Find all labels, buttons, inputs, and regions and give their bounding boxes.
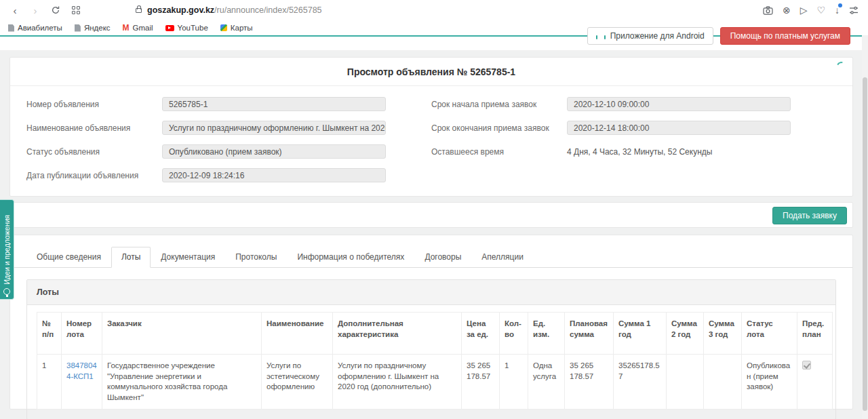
bookmark-maps[interactable]: Карты	[220, 24, 253, 32]
back-icon[interactable]: ‹	[7, 2, 23, 18]
scrollbar-thumb[interactable]	[863, 77, 867, 411]
field-label-name: Наименование объявления	[26, 121, 162, 133]
cell-lot-number: 38478044-КСП1	[62, 355, 102, 410]
field-start-date[interactable]: 2020-12-10 09:00:00	[567, 97, 791, 111]
lock-icon[interactable]	[136, 8, 142, 13]
lightbulb-icon	[3, 288, 10, 295]
cell-unit: Одна услуга	[528, 355, 565, 410]
actions-bar: Подать заявку	[9, 202, 853, 228]
col-num: № п/п	[37, 313, 62, 355]
col-extra: Дополнительная характеристика	[333, 313, 462, 355]
pre-plan-checkbox[interactable]	[802, 361, 811, 370]
favorites-icon[interactable]: ♡	[816, 5, 825, 15]
field-number[interactable]: 5265785-1	[162, 97, 386, 111]
browser-toolbar: ‹ › goszakup.gov.kz/ru/announce/index/52…	[0, 0, 868, 20]
cell-sum-year1: 35265178.57	[614, 355, 667, 410]
field-name[interactable]: Услуги по праздничному оформлению г. Шым…	[162, 121, 386, 135]
field-label-status: Статус объявления	[26, 144, 162, 157]
tab-bar: Общие сведения Лоты Документация Протоко…	[10, 235, 852, 268]
form-left-column: Номер объявления 5265785-1 Наименование …	[26, 97, 431, 192]
field-label-number: Номер объявления	[26, 97, 162, 109]
cell-unit-price: 35 265 178.57	[462, 355, 500, 410]
browser-action-icons: ⊗ ▷ ♡ ↓	[763, 0, 859, 20]
bookmark-label: Яндекс	[84, 24, 111, 32]
address-bar[interactable]: goszakup.gov.kz/ru/announce/index/526578…	[147, 5, 322, 15]
field-label-pub-date: Дата публикации объявления	[26, 168, 162, 180]
cell-customer: Государственное учреждение "Управление э…	[102, 355, 262, 410]
tab-protocols[interactable]: Протоколы	[225, 247, 287, 268]
file-icon	[75, 24, 81, 32]
bookmark-gmail[interactable]: MGmail	[123, 23, 153, 33]
col-sum-year2: Сумма 2 год	[667, 313, 704, 355]
bookmark-youtube[interactable]: YouTube	[165, 24, 208, 32]
field-pub-date[interactable]: 2020-12-09 18:24:16	[162, 168, 386, 182]
field-end-date[interactable]: 2020-12-14 18:00:00	[567, 121, 791, 135]
col-customer: Заказчик	[102, 313, 262, 355]
announcement-form: Номер объявления 5265785-1 Наименование …	[10, 86, 852, 192]
tab-documentation[interactable]: Документация	[151, 247, 225, 268]
cell-pre-plan	[797, 355, 833, 410]
url-domain: goszakup.gov.kz	[147, 5, 214, 15]
reload-icon[interactable]	[47, 2, 64, 18]
adblock-icon[interactable]: ⊗	[783, 5, 791, 15]
announcement-card: Просмотр объявления № 5265785-1 Номер об…	[9, 57, 853, 197]
youtube-icon	[165, 25, 174, 31]
tab-winners-info[interactable]: Информация о победителях	[287, 247, 414, 268]
tab-lots[interactable]: Лоты	[111, 247, 151, 268]
bookmark-label: YouTube	[178, 24, 208, 32]
field-label-end: Срок окончания приема заявок	[431, 121, 567, 133]
cell-planned-sum: 35 265 178.57	[565, 355, 614, 410]
android-app-label: Приложение для Android	[610, 31, 705, 41]
url-path: /ru/announce/index/5265785	[214, 5, 321, 15]
field-status[interactable]: Опубликовано (прием заявок)	[162, 144, 386, 159]
android-icon	[596, 32, 606, 41]
screenshot-icon[interactable]	[763, 6, 773, 15]
col-sum-year1: Сумма 1 год	[614, 313, 667, 355]
loading-spinner-icon	[835, 60, 847, 72]
submit-application-button[interactable]: Подать заявку	[772, 207, 847, 224]
downloads-icon[interactable]: ↓	[835, 5, 840, 15]
share-icon[interactable]: ▷	[800, 5, 808, 15]
ideas-tab-label: Идеи и предложения	[3, 215, 11, 285]
tab-groups-icon[interactable]	[68, 2, 84, 18]
bookmark-label: Карты	[231, 24, 253, 32]
page-title: Просмотр объявления № 5265785-1	[10, 58, 852, 86]
cell-extra: Услуги по праздничному оформлению г. Шым…	[333, 355, 462, 410]
downloads-badge	[838, 3, 842, 7]
form-right-column: Срок начала приема заявок 2020-12-10 09:…	[431, 97, 836, 192]
table-header-row: № п/п Номер лота Заказчик Наименование Д…	[37, 313, 833, 355]
tab-general[interactable]: Общие сведения	[26, 247, 111, 268]
bookmark-yandex[interactable]: Яндекс	[75, 24, 111, 32]
paid-services-help-button[interactable]: Помощь по платным услугам	[720, 27, 850, 45]
remaining-time-value: 4 Дня, 4 Часа, 32 Минуты, 52 Секунды	[567, 144, 712, 157]
bookmark-aviabilety[interactable]: Авиабилеты	[8, 24, 62, 32]
col-unit: Ед. изм.	[528, 313, 565, 355]
col-qty: Кол-во	[500, 313, 528, 355]
lots-panel-title: Лоты	[27, 280, 835, 305]
header-buttons: Приложение для Android Помощь по платным…	[587, 27, 850, 45]
ideas-suggestions-tab[interactable]: Идеи и предложения	[0, 199, 14, 300]
file-icon	[8, 24, 14, 32]
cell-sum-year3	[704, 355, 742, 410]
tab-appeals[interactable]: Апелляции	[471, 247, 534, 268]
lot-number-link[interactable]: 38478044-КСП1	[66, 361, 97, 380]
lots-table: № п/п Номер лота Заказчик Наименование Д…	[37, 312, 833, 410]
tabs-card: Общие сведения Лоты Документация Протоко…	[9, 235, 853, 410]
lots-panel: Лоты № п/п Номер лота Заказчик Наименова…	[26, 279, 836, 419]
tab-contracts[interactable]: Договоры	[414, 247, 471, 268]
cell-sum-year2	[667, 355, 704, 410]
field-label-start: Срок начала приема заявок	[431, 97, 567, 109]
col-sum-year3: Сумма 3 год	[704, 313, 742, 355]
forward-icon[interactable]: ›	[27, 2, 43, 18]
android-app-button[interactable]: Приложение для Android	[587, 27, 713, 45]
scrollbar-track[interactable]	[862, 35, 868, 419]
col-pre-plan: Пред. план	[797, 313, 833, 355]
settings-sliders-icon[interactable]	[849, 6, 859, 15]
field-label-remaining: Оставшееся время	[431, 144, 567, 157]
col-name: Наименование	[262, 313, 333, 355]
col-planned-sum: Плановая сумма	[565, 313, 614, 355]
cell-status: Опубликован (прием заявок)	[742, 355, 797, 410]
gmail-icon: M	[123, 23, 130, 33]
col-lot-number: Номер лота	[62, 313, 102, 355]
cell-num: 1	[37, 355, 62, 410]
